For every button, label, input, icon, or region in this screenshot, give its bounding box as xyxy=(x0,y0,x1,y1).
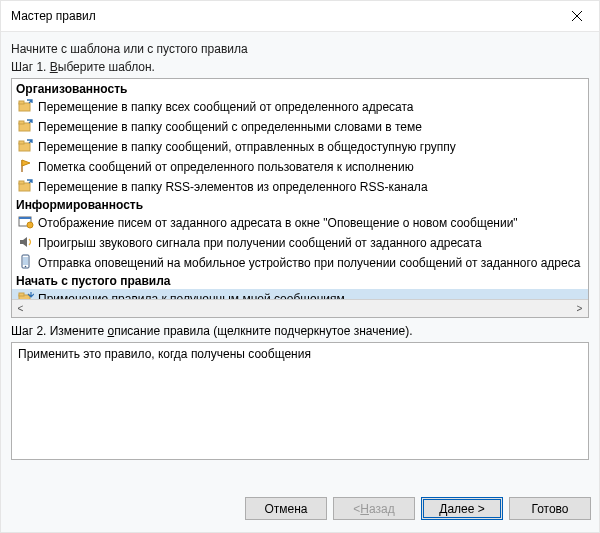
finish-button[interactable]: Готово xyxy=(509,497,591,520)
rule-move-rss[interactable]: Перемещение в папку RSS-элементов из опр… xyxy=(12,177,588,197)
group-organized: Организованность xyxy=(12,81,588,97)
template-list-inner: Организованность Перемещение в папку все… xyxy=(12,79,588,299)
template-list[interactable]: Организованность Перемещение в папку все… xyxy=(11,78,589,318)
svg-rect-12 xyxy=(19,217,31,219)
rule-label: Перемещение в папку всех сообщений от оп… xyxy=(38,100,414,114)
rule-description-pane[interactable]: Применить это правило, когда получены со… xyxy=(11,342,589,460)
alert-window-icon xyxy=(18,214,34,230)
svg-rect-10 xyxy=(19,181,24,184)
scroll-left-arrow[interactable]: < xyxy=(12,300,29,317)
rule-mobile-alert[interactable]: Отправка оповещений на мобильное устройс… xyxy=(12,253,588,273)
rule-label: Отправка оповещений на мобильное устройс… xyxy=(38,256,580,270)
svg-rect-7 xyxy=(19,141,24,144)
rule-label: Проигрыш звукового сигнала при получении… xyxy=(38,236,482,250)
rule-move-from-sender[interactable]: Перемещение в папку всех сообщений от оп… xyxy=(12,97,588,117)
phone-icon xyxy=(18,254,34,270)
rule-move-subject-words[interactable]: Перемещение в папку сообщений с определе… xyxy=(12,117,588,137)
window-title: Мастер правил xyxy=(11,9,554,23)
titlebar: Мастер правил xyxy=(1,1,599,32)
step2-label: Шаг 2. Измените описание правила (щелкни… xyxy=(11,324,589,338)
speaker-icon xyxy=(18,234,34,250)
folder-arrow-icon xyxy=(18,178,34,194)
rule-label: Перемещение в папку RSS-элементов из опр… xyxy=(38,180,428,194)
rule-label: Перемещение в папку сообщений, отправлен… xyxy=(38,140,456,154)
rule-label: Отображение писем от заданного адресата … xyxy=(38,216,518,230)
svg-rect-18 xyxy=(19,293,24,296)
rule-label: Перемещение в папку сообщений с определе… xyxy=(38,120,422,134)
rules-wizard-dialog: Мастер правил Начните с шаблона или с пу… xyxy=(0,0,600,533)
folder-arrow-icon xyxy=(18,98,34,114)
svg-point-13 xyxy=(27,222,33,228)
next-button[interactable]: Далее > xyxy=(421,497,503,520)
rule-description-text: Применить это правило, когда получены со… xyxy=(18,347,311,361)
rule-alert-window[interactable]: Отображение писем от заданного адресата … xyxy=(12,213,588,233)
svg-rect-5 xyxy=(19,121,24,124)
inbox-icon xyxy=(18,290,34,299)
folder-arrow-icon xyxy=(18,138,34,154)
cancel-button[interactable]: Отмена xyxy=(245,497,327,520)
back-button[interactable]: < Назад xyxy=(333,497,415,520)
close-icon xyxy=(572,11,582,21)
horizontal-scrollbar[interactable]: < > xyxy=(12,299,588,317)
group-blank: Начать с пустого правила xyxy=(12,273,588,289)
rule-play-sound[interactable]: Проигрыш звукового сигнала при получении… xyxy=(12,233,588,253)
dialog-buttons: Отмена < Назад Далее > Готово xyxy=(1,487,599,532)
rule-flag-from-user[interactable]: Пометка сообщений от определенного польз… xyxy=(12,157,588,177)
svg-rect-15 xyxy=(23,257,28,265)
group-informed: Информированность xyxy=(12,197,588,213)
folder-arrow-icon xyxy=(18,118,34,134)
rule-label: Пометка сообщений от определенного польз… xyxy=(38,160,414,174)
flag-icon xyxy=(18,158,34,174)
rule-label: Применение правила к полученным мной соо… xyxy=(38,292,345,299)
dialog-content: Начните с шаблона или с пустого правила … xyxy=(1,32,599,487)
step1-label: Шаг 1. Выберите шаблон. xyxy=(11,60,589,74)
scroll-right-arrow[interactable]: > xyxy=(571,300,588,317)
rule-move-public-group[interactable]: Перемещение в папку сообщений, отправлен… xyxy=(12,137,588,157)
intro-text: Начните с шаблона или с пустого правила xyxy=(11,42,589,56)
svg-rect-3 xyxy=(19,101,24,104)
svg-point-16 xyxy=(25,266,27,268)
close-button[interactable] xyxy=(554,1,599,31)
rule-apply-received[interactable]: Применение правила к полученным мной соо… xyxy=(12,289,588,299)
